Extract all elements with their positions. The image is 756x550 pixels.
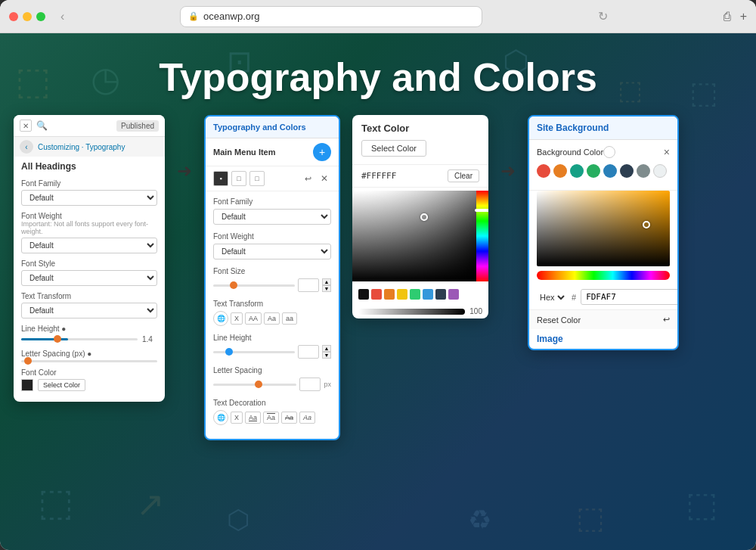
hue-rainbow-bar[interactable] xyxy=(537,271,670,280)
swatch-blue[interactable] xyxy=(423,289,433,300)
gradient-picker[interactable] xyxy=(529,191,677,266)
desktop-view-button[interactable]: ▪ xyxy=(213,171,228,186)
close-button[interactable]: ✕ xyxy=(318,172,331,185)
swatch-darkblue[interactable] xyxy=(435,289,446,300)
transform-global-button[interactable]: 🌐 xyxy=(213,311,228,326)
typo-font-weight-select[interactable]: Default xyxy=(213,244,331,259)
decoration-italic-button[interactable]: Aa xyxy=(299,412,315,424)
text-color-header: Text Color Select Color xyxy=(352,115,488,165)
typo-size-down-button[interactable]: ▼ xyxy=(322,285,331,292)
swatch-purple[interactable] xyxy=(448,289,459,300)
transform-uppercase-button[interactable]: AA xyxy=(245,312,262,325)
typo-line-height-label: Line Height xyxy=(213,334,331,342)
typo-lh-down-button[interactable]: ▼ xyxy=(322,352,331,359)
tablet-view-button[interactable]: □ xyxy=(231,171,246,186)
share-button[interactable]: ⎙ xyxy=(723,10,731,23)
font-weight-select[interactable]: Default xyxy=(21,238,157,253)
transform-capitalize-button[interactable]: Aa xyxy=(264,312,280,325)
hex-format-select[interactable]: Hex xyxy=(537,292,567,303)
browser-toolbar: ‹ 🔒 oceanwp.org ↻ ⎙ + xyxy=(0,0,756,33)
close-x-button[interactable]: × xyxy=(664,146,670,158)
typo-font-size-label: Font Size xyxy=(213,267,331,275)
font-style-select[interactable]: Default xyxy=(21,270,157,286)
preset-color-blue[interactable] xyxy=(603,164,617,178)
typo-font-size-input[interactable] xyxy=(298,278,319,292)
menu-item-label: Main Menu Item xyxy=(213,148,276,157)
typography-body: Font Family Default Font Weight Default … xyxy=(206,191,339,439)
customizer-close-button[interactable]: ✕ xyxy=(20,120,32,132)
transform-none-button[interactable]: X xyxy=(231,312,243,325)
typo-size-up-button[interactable]: ▲ xyxy=(322,278,331,285)
color-picker-area[interactable] xyxy=(352,191,488,281)
second-arrow: ➜ xyxy=(500,115,516,182)
swatch-red[interactable] xyxy=(371,289,382,300)
text-transform-select[interactable]: Default xyxy=(21,303,157,319)
preset-color-white[interactable] xyxy=(653,164,667,178)
hue-indicator xyxy=(475,209,488,212)
font-family-label: Font Family xyxy=(21,179,157,188)
decoration-underline-button[interactable]: Aa xyxy=(245,412,261,424)
address-bar[interactable]: 🔒 oceanwp.org xyxy=(180,6,482,27)
swatch-yellow[interactable] xyxy=(397,289,407,300)
swatch-black[interactable] xyxy=(358,289,369,300)
gradient-box[interactable] xyxy=(537,191,670,266)
decoration-global-button[interactable]: 🌐 xyxy=(213,410,228,425)
select-color-big-button[interactable]: Select Color xyxy=(361,140,426,157)
typo-letter-spacing-track xyxy=(213,384,296,386)
decoration-none-button[interactable]: X xyxy=(231,412,243,424)
color-swatches xyxy=(352,284,488,304)
traffic-light-green[interactable] xyxy=(36,12,45,21)
letter-spacing-slider[interactable] xyxy=(21,360,157,362)
gradient-cursor xyxy=(643,221,650,228)
opacity-slider[interactable] xyxy=(358,309,465,315)
typo-font-weight-label: Font Weight xyxy=(213,232,331,241)
traffic-light-yellow[interactable] xyxy=(23,12,32,21)
back-button[interactable]: ‹ xyxy=(57,8,67,25)
select-color-button[interactable]: Select Color xyxy=(38,379,85,391)
hue-slider[interactable] xyxy=(476,191,488,281)
customizer-search-button[interactable]: 🔍 xyxy=(36,120,48,131)
preset-color-green[interactable] xyxy=(587,164,600,178)
decoration-overline-button[interactable]: Aa xyxy=(263,412,279,424)
preset-color-orange[interactable] xyxy=(553,164,567,178)
typo-font-weight-group: Font Weight Default xyxy=(213,232,331,259)
line-height-label: Line Height ● xyxy=(21,325,157,333)
text-transform-group: Text Transform Default xyxy=(21,292,157,319)
typo-lh-up-button[interactable]: ▲ xyxy=(322,345,331,352)
nav-back-button[interactable]: ‹ xyxy=(20,140,33,154)
reset-color-button[interactable]: Reset Color ↩ xyxy=(529,309,677,329)
typo-line-height-slider[interactable]: ▲ ▼ xyxy=(213,345,331,359)
reload-button[interactable]: ↻ xyxy=(595,8,611,25)
typo-letter-spacing-slider[interactable]: px xyxy=(213,378,331,391)
transform-lowercase-button[interactable]: aa xyxy=(282,312,297,325)
preset-color-teal[interactable] xyxy=(570,164,584,178)
site-background-panel: Site Background Background Color × xyxy=(528,115,679,350)
hex-input-field[interactable] xyxy=(581,289,679,305)
typo-font-family-select[interactable]: Default xyxy=(213,209,331,225)
color-gradient-area[interactable] xyxy=(352,191,476,281)
preset-color-red[interactable] xyxy=(537,164,550,178)
image-section: Image xyxy=(529,329,677,349)
font-family-select[interactable]: Default xyxy=(21,190,157,206)
typo-letter-spacing-input[interactable] xyxy=(299,378,321,391)
typo-line-height-group: Line Height ▲ ▼ xyxy=(213,334,331,359)
typo-font-size-slider[interactable]: ▲ ▼ xyxy=(213,278,331,292)
decoration-linethrough-button[interactable]: Aa xyxy=(281,412,297,424)
font-color-group: Font Color Select Color xyxy=(21,368,157,391)
swatch-green[interactable] xyxy=(410,289,420,300)
clear-button[interactable]: Clear xyxy=(448,169,479,182)
line-height-slider[interactable]: 1.4 xyxy=(21,335,157,343)
typo-font-family-group: Font Family Default xyxy=(213,197,331,225)
font-color-swatch[interactable] xyxy=(21,379,33,391)
typography-subheader: Main Menu Item + xyxy=(206,138,339,166)
new-tab-button[interactable]: + xyxy=(740,10,747,23)
color-circle-button[interactable] xyxy=(603,146,615,158)
typo-line-height-input[interactable] xyxy=(298,345,319,359)
swatch-orange[interactable] xyxy=(384,289,395,300)
typography-add-button[interactable]: + xyxy=(313,143,331,161)
traffic-light-red[interactable] xyxy=(9,12,18,21)
preset-color-darkblue[interactable] xyxy=(620,164,634,178)
mobile-view-button[interactable]: □ xyxy=(249,171,265,186)
reset-button[interactable]: ↩ xyxy=(301,172,314,185)
preset-color-gray[interactable] xyxy=(637,164,650,178)
